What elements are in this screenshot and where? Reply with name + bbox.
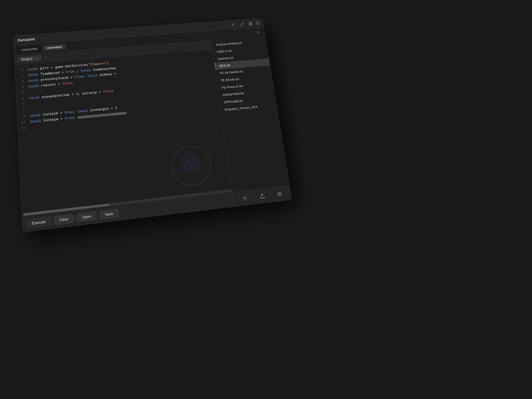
- watermark: [168, 142, 215, 190]
- main-window: Dansploit: [13, 18, 292, 232]
- window-circle-2[interactable]: [256, 21, 260, 25]
- editor-section: Script 0 ✕ + 1 2 3 4 5 6: [15, 41, 235, 232]
- tab-wearedevs[interactable]: wearedevs: [43, 44, 66, 51]
- window-circle-1[interactable]: [248, 22, 253, 26]
- inject-icon-2[interactable]: [238, 20, 246, 28]
- svg-point-7: [186, 159, 189, 162]
- tab-close-icon[interactable]: ✕: [35, 57, 38, 60]
- svg-point-2: [257, 31, 259, 33]
- tab-script0[interactable]: Script 0 ✕: [17, 55, 42, 63]
- clear-button[interactable]: Clear: [53, 214, 74, 225]
- save-button[interactable]: Save: [99, 209, 119, 220]
- settings-button[interactable]: [239, 193, 250, 204]
- window-wrapper: Dansploit: [13, 18, 292, 232]
- svg-point-5: [180, 164, 191, 172]
- svg-point-3: [170, 144, 213, 187]
- code-content: local plrs = game:GetService("Players") …: [25, 49, 232, 212]
- inject-icon-1[interactable]: [229, 21, 236, 28]
- code-editor[interactable]: 1 2 3 4 5 6 7 8 9 10 11: [15, 49, 232, 213]
- svg-point-8: [193, 159, 196, 161]
- scene: Dansploit: [0, 0, 532, 399]
- svg-point-6: [193, 163, 203, 171]
- svg-point-9: [244, 197, 246, 199]
- add-tab-button[interactable]: +: [43, 54, 49, 61]
- svg-point-4: [181, 150, 201, 173]
- search-button[interactable]: [254, 29, 262, 36]
- titlebar-icons: [229, 20, 260, 28]
- main-content: Script 0 ✕ + 1 2 3 4 5 6: [15, 37, 292, 232]
- list-button[interactable]: [274, 188, 285, 199]
- tab-easyxploits[interactable]: easyxploits: [18, 45, 41, 53]
- svg-point-0: [231, 26, 232, 26]
- open-button[interactable]: Open: [76, 211, 97, 222]
- svg-point-1: [241, 25, 241, 26]
- execute-button[interactable]: Execute: [26, 217, 52, 229]
- export-button[interactable]: [257, 190, 268, 201]
